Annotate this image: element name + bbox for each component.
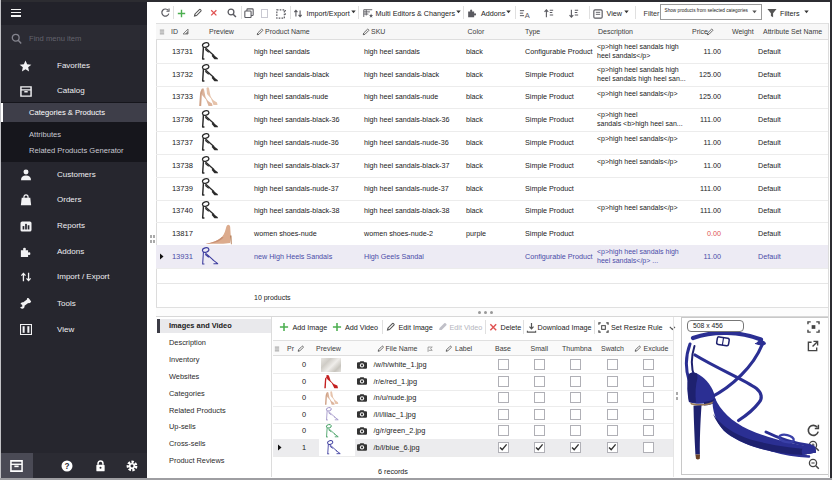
svg-text:?: ? xyxy=(64,462,69,471)
svg-text:A: A xyxy=(525,10,530,18)
